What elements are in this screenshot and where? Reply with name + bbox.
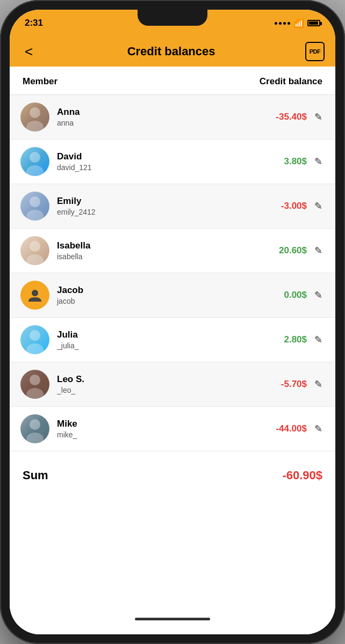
balance-area: -5.70$ ✎ xyxy=(264,376,325,392)
avatar-jacob xyxy=(20,281,49,310)
avatar-emily xyxy=(20,192,49,221)
list-item: Emily emily_2412 -3.00$ ✎ xyxy=(10,184,335,229)
phone-frame: 2:31 📶 < Credit balances PDF xyxy=(0,0,345,644)
member-info: Mike mike_ xyxy=(57,418,264,440)
member-info: David david_121 xyxy=(57,151,264,172)
list-item: David david_121 3.80$ ✎ xyxy=(10,140,335,184)
svg-point-10 xyxy=(26,343,44,354)
member-name: David xyxy=(57,151,264,163)
member-username: jacob xyxy=(57,296,264,306)
column-credit: Credit balance xyxy=(260,76,322,87)
svg-point-1 xyxy=(26,121,44,131)
balance-amount: -35.40$ xyxy=(264,112,307,122)
balance-area: 20.60$ ✎ xyxy=(264,243,325,259)
edit-button[interactable]: ✎ xyxy=(312,153,325,170)
list-item: Leo S. _leo_ -5.70$ ✎ xyxy=(10,362,335,407)
svg-point-2 xyxy=(30,152,40,163)
status-bar: 2:31 📶 xyxy=(10,10,335,36)
member-username: emily_2412 xyxy=(57,207,264,217)
home-indicator xyxy=(135,618,210,620)
column-member: Member xyxy=(23,76,58,87)
member-username: _leo_ xyxy=(57,385,264,395)
avatar-julia xyxy=(20,325,49,354)
edit-button[interactable]: ✎ xyxy=(312,332,325,348)
avatar-david xyxy=(20,147,49,176)
member-info: Anna anna xyxy=(57,106,264,128)
wifi-icon: 📶 xyxy=(293,18,304,28)
balance-amount: 20.60$ xyxy=(264,245,307,256)
svg-point-9 xyxy=(30,330,40,341)
member-username: david_121 xyxy=(57,163,264,172)
edit-button[interactable]: ✎ xyxy=(312,109,325,125)
svg-point-5 xyxy=(26,210,44,221)
pdf-button[interactable]: PDF xyxy=(305,42,325,61)
member-list: Anna anna -35.40$ ✎ David david_121 xyxy=(10,95,335,451)
edit-button[interactable]: ✎ xyxy=(312,243,325,259)
member-name: Mike xyxy=(57,418,264,430)
balance-area: 3.80$ ✎ xyxy=(264,153,325,170)
balance-amount: 3.80$ xyxy=(264,156,307,167)
member-info: Jacob jacob xyxy=(57,284,264,306)
balance-amount: 2.80$ xyxy=(264,334,307,345)
svg-point-11 xyxy=(30,375,40,385)
balance-amount: -44.00$ xyxy=(264,423,307,434)
member-username: isabella xyxy=(57,252,264,261)
svg-point-3 xyxy=(26,165,44,176)
edit-button[interactable]: ✎ xyxy=(312,287,325,303)
list-item: Isabella isabella 20.60$ ✎ xyxy=(10,229,335,273)
edit-button[interactable]: ✎ xyxy=(312,376,325,392)
phone-screen: 2:31 📶 < Credit balances PDF xyxy=(10,10,335,634)
member-name: Leo S. xyxy=(57,374,264,385)
member-name: Emily xyxy=(57,195,264,207)
notch xyxy=(138,10,207,26)
svg-point-8 xyxy=(32,290,38,296)
avatar-mike xyxy=(20,414,49,443)
member-name: Isabella xyxy=(57,240,264,252)
member-info: Leo S. _leo_ xyxy=(57,374,264,395)
balance-area: 0.00$ ✎ xyxy=(264,287,325,303)
list-item: Mike mike_ -44.00$ ✎ xyxy=(10,407,335,451)
table-header: Member Credit balance xyxy=(10,67,335,95)
balance-amount: -3.00$ xyxy=(264,201,307,211)
member-info: Emily emily_2412 xyxy=(57,195,264,217)
content-area: Member Credit balance Anna anna -35.40$ xyxy=(10,67,335,634)
balance-amount: -5.70$ xyxy=(264,379,307,390)
avatar-isabella xyxy=(20,236,49,265)
battery-icon xyxy=(307,20,320,26)
page-title: Credit balances xyxy=(37,45,305,58)
svg-point-4 xyxy=(30,196,40,207)
list-item: Anna anna -35.40$ ✎ xyxy=(10,95,335,140)
avatar-anna xyxy=(20,103,49,131)
member-username: _julia_ xyxy=(57,341,264,350)
svg-point-13 xyxy=(30,419,40,430)
avatar-leo xyxy=(20,370,49,399)
svg-point-0 xyxy=(30,107,40,118)
balance-area: -44.00$ ✎ xyxy=(264,421,325,437)
status-time: 2:31 xyxy=(25,18,43,28)
balance-amount: 0.00$ xyxy=(264,290,307,301)
sum-row: Sum -60.90$ xyxy=(10,456,335,495)
edit-button[interactable]: ✎ xyxy=(312,421,325,437)
balance-area: -3.00$ ✎ xyxy=(264,198,325,214)
top-nav: < Credit balances PDF xyxy=(10,36,335,67)
member-name: Anna xyxy=(57,106,264,118)
member-info: Isabella isabella xyxy=(57,240,264,261)
member-username: anna xyxy=(57,118,264,128)
status-icons: 📶 xyxy=(275,18,320,28)
list-item: Julia _julia_ 2.80$ ✎ xyxy=(10,318,335,362)
svg-point-14 xyxy=(26,433,44,443)
list-item: Jacob jacob 0.00$ ✎ xyxy=(10,273,335,318)
balance-area: 2.80$ ✎ xyxy=(264,332,325,348)
member-name: Julia xyxy=(57,329,264,341)
member-username: mike_ xyxy=(57,430,264,440)
sum-label: Sum xyxy=(23,469,48,482)
member-name: Jacob xyxy=(57,284,264,296)
svg-point-12 xyxy=(26,388,44,399)
signal-icon xyxy=(275,22,290,25)
member-info: Julia _julia_ xyxy=(57,329,264,350)
balance-area: -35.40$ ✎ xyxy=(264,109,325,125)
svg-point-7 xyxy=(26,254,44,265)
sum-amount: -60.90$ xyxy=(282,469,322,482)
back-button[interactable]: < xyxy=(20,41,37,62)
edit-button[interactable]: ✎ xyxy=(312,198,325,214)
